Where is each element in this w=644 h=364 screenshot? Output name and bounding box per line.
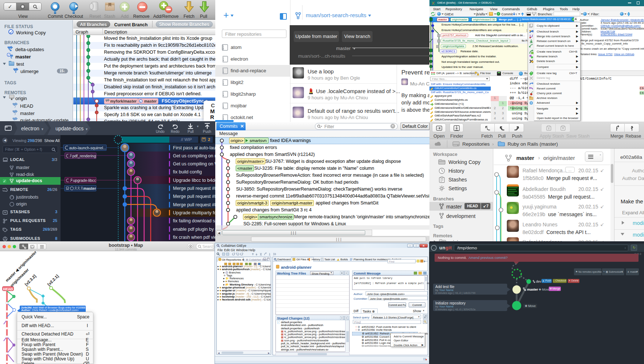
svg-text:f: f: [516, 13, 517, 16]
svg-text:✓: ✓: [8, 54, 10, 56]
svg-text:✓: ✓: [140, 100, 142, 102]
